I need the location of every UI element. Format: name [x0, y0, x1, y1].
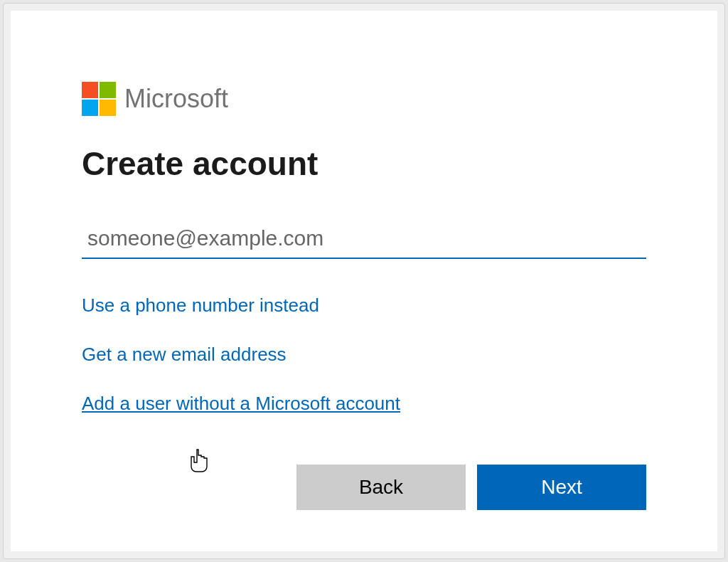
phone-link-row: Use a phone number instead	[82, 295, 646, 317]
back-button[interactable]: Back	[296, 465, 466, 510]
new-email-link-row: Get a new email address	[82, 344, 646, 366]
use-phone-link[interactable]: Use a phone number instead	[82, 295, 319, 316]
brand-row: Microsoft	[82, 82, 646, 116]
email-input[interactable]	[82, 222, 646, 259]
button-row: Back Next	[82, 465, 646, 510]
new-email-link[interactable]: Get a new email address	[82, 344, 287, 365]
no-account-link-row: Add a user without a Microsoft account	[82, 393, 646, 415]
brand-name: Microsoft	[124, 84, 228, 114]
microsoft-logo-icon	[82, 82, 116, 116]
next-button[interactable]: Next	[477, 465, 646, 510]
dialog-frame: Microsoft Create account Use a phone num…	[3, 3, 725, 559]
page-title: Create account	[82, 144, 646, 183]
create-account-dialog: Microsoft Create account Use a phone num…	[11, 11, 717, 551]
add-user-without-account-link[interactable]: Add a user without a Microsoft account	[82, 393, 400, 414]
